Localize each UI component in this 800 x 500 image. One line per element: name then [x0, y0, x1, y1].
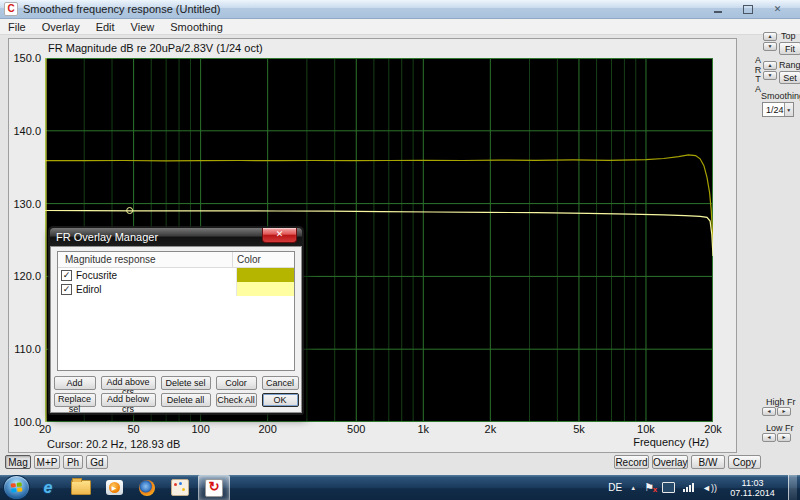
range-label: Range [779, 60, 800, 70]
arta-icon: ↻ [205, 479, 223, 497]
overlay-list[interactable]: Magnitude response Color ✓Focusrite✓Edir… [57, 251, 295, 371]
start-button[interactable] [3, 475, 30, 500]
x-axis-label-50: 50 [127, 423, 139, 435]
show-hidden-icons-button[interactable]: ▲ [630, 485, 636, 491]
smoothing-label: Smoothing [761, 91, 800, 101]
dialog-button-add[interactable]: Add [54, 376, 96, 390]
row-checkbox[interactable]: ✓ [61, 270, 72, 281]
dialog-button-delete-sel[interactable]: Delete sel [161, 376, 211, 390]
network-signal-icon[interactable] [683, 483, 694, 492]
y-axis-label-110.0: 110.0 [9, 343, 41, 355]
dialog-button-check-all[interactable]: Check All [216, 393, 257, 407]
dialog-button-delete-all[interactable]: Delete all [161, 393, 211, 407]
down-arrow-icon: ▼ [768, 72, 773, 78]
mag-button[interactable]: Mag [5, 455, 31, 469]
left-arrow-icon: ◄ [767, 434, 772, 440]
ph-button[interactable]: Ph [63, 455, 83, 469]
row-label: Focusrite [76, 270, 117, 281]
window-title: Smoothed frequency response (Untitled) [23, 3, 221, 15]
bw-button[interactable]: B/W [691, 455, 725, 469]
mp-button[interactable]: M+P [34, 455, 60, 469]
y-axis-label-120.0: 120.0 [9, 270, 41, 282]
menu-item-overlay[interactable]: Overlay [34, 21, 88, 33]
display-icon[interactable] [662, 482, 675, 493]
windows-flag-icon [11, 482, 23, 492]
left-arrow-icon: ◄ [767, 408, 772, 414]
low-fr-right-button[interactable]: ► [777, 433, 791, 442]
clock-time: 11:03 [725, 478, 780, 488]
taskbar-clock[interactable]: 11:03 07.11.2014 [725, 478, 780, 498]
taskbar: e ▶ ↻ DE ▲ ⚑x ◄)) 11:03 07.11.2014 [0, 475, 800, 500]
overlay-row-main-cell: ✓Edirol [58, 284, 236, 295]
top-spin-down-button[interactable]: ▼ [763, 42, 777, 51]
right-arrow-icon: ► [782, 408, 787, 414]
dialog-button-add-below-crs[interactable]: Add below crs [101, 393, 156, 407]
close-button[interactable]: ✕ [767, 3, 788, 15]
dialog-button-cancel[interactable]: Cancel [262, 376, 299, 390]
overlay-row-focusrite: ✓Focusrite [58, 268, 294, 282]
show-desktop-button[interactable] [788, 475, 797, 500]
minimize-button[interactable] [707, 3, 728, 15]
desktop: C Smoothed frequency response (Untitled)… [0, 0, 800, 500]
dropdown-arrow-icon: ▼ [784, 103, 793, 116]
close-icon: ✕ [774, 4, 782, 14]
menu-bar: FileOverlayEditViewSmoothing [0, 19, 800, 35]
high-fr-left-button[interactable]: ◄ [762, 407, 776, 416]
maximize-button[interactable] [737, 3, 758, 15]
language-indicator[interactable]: DE [608, 482, 622, 493]
dialog-close-button[interactable]: ✕ [262, 228, 297, 243]
smoothing-select[interactable]: 1/24 ▼ [762, 102, 794, 117]
dialog-titlebar[interactable]: FR Overlay Manager ✕ [50, 228, 302, 246]
x-axis-label-20k: 20k [704, 423, 722, 435]
taskbar-icon-arta[interactable]: ↻ [198, 475, 230, 500]
menu-item-edit[interactable]: Edit [88, 21, 123, 33]
overlay-button[interactable]: Overlay [652, 455, 688, 469]
action-center-flag-icon[interactable]: ⚑x [644, 482, 654, 493]
up-arrow-icon: ▲ [768, 62, 773, 68]
taskbar-icon-media-player[interactable]: ▶ [99, 476, 129, 500]
taskbar-icon-paint[interactable] [165, 476, 195, 500]
copy-button[interactable]: Copy [728, 455, 761, 469]
low-fr-label: Low Fr [766, 423, 794, 433]
clock-date: 07.11.2014 [725, 488, 780, 498]
set-button[interactable]: Set [779, 71, 800, 84]
firefox-icon [139, 480, 155, 496]
right-arrow-icon: ► [782, 434, 787, 440]
arta-app-icon: C [4, 2, 18, 16]
row-checkbox[interactable]: ✓ [61, 284, 72, 295]
y-axis-label-140.0: 140.0 [9, 125, 41, 137]
cursor-status: Cursor: 20.2 Hz, 128.93 dB [47, 438, 180, 450]
menu-item-view[interactable]: View [123, 21, 163, 33]
x-axis-label-20: 20 [39, 423, 51, 435]
menu-item-smoothing[interactable]: Smoothing [162, 21, 231, 33]
dialog-button-replace-sel[interactable]: Replace sel [54, 393, 96, 407]
taskbar-icon-firefox[interactable] [132, 476, 162, 500]
dialog-button-add-above-crs[interactable]: Add above crs [101, 376, 156, 390]
row-color-swatch[interactable] [236, 268, 294, 282]
menu-item-file[interactable]: File [0, 21, 34, 33]
volume-icon[interactable]: ◄)) [702, 483, 717, 493]
range-spin-up-button[interactable]: ▲ [763, 61, 777, 70]
smoothing-value: 1/24 [763, 105, 784, 115]
row-color-swatch[interactable] [236, 282, 294, 296]
x-axis-label-5k: 5k [573, 423, 585, 435]
taskbar-icon-internet-explorer[interactable]: e [33, 476, 63, 500]
dialog-button-color[interactable]: Color [216, 376, 257, 390]
low-fr-spinner: ◄ ► [762, 433, 791, 442]
high-fr-right-button[interactable]: ► [777, 407, 791, 416]
dialog-button-ok[interactable]: OK [262, 393, 299, 407]
range-spin-down-button[interactable]: ▼ [763, 71, 777, 80]
top-label: Top [781, 31, 796, 41]
x-axis-label-1k: 1k [417, 423, 429, 435]
frequency-axis-label: Frequency (Hz) [509, 436, 709, 448]
gd-button[interactable]: Gd [86, 455, 108, 469]
fit-button[interactable]: Fit [779, 42, 800, 55]
taskbar-icon-windows-explorer[interactable] [66, 476, 96, 500]
column-header-color: Color [232, 252, 294, 267]
record-button[interactable]: Record [614, 455, 649, 469]
top-spin-up-button[interactable]: ▲ [763, 32, 777, 41]
overlay-row-main-cell: ✓Focusrite [58, 270, 236, 281]
dialog-body: Magnitude response Color ✓Focusrite✓Edir… [50, 246, 302, 413]
low-fr-left-button[interactable]: ◄ [762, 433, 776, 442]
window-titlebar[interactable]: C Smoothed frequency response (Untitled)… [0, 0, 800, 19]
